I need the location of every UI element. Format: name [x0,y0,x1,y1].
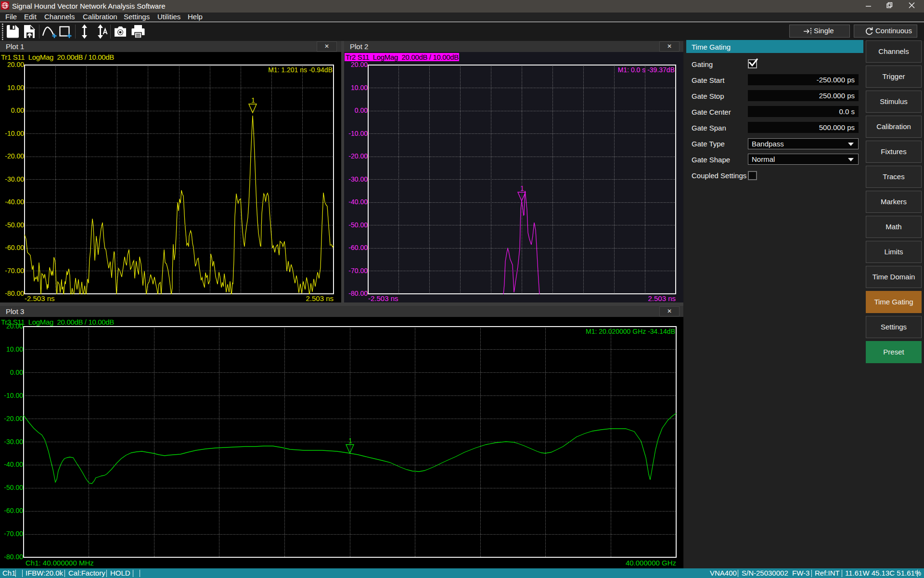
svg-text:1: 1 [348,437,352,445]
svg-text:1: 1 [520,184,524,192]
svg-text:1: 1 [251,96,255,104]
